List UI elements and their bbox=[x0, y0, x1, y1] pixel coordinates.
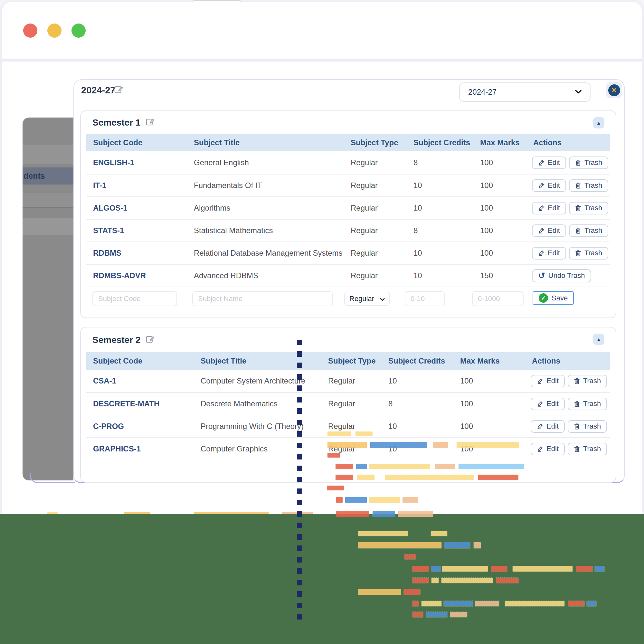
semester-2-title: Semester 2 bbox=[92, 335, 140, 345]
subject-code: CSA-1 bbox=[86, 376, 201, 385]
subject-credits: 10 bbox=[413, 271, 480, 280]
session-select-value: 2024-27 bbox=[468, 88, 497, 97]
subject-title: Algorithms bbox=[194, 204, 351, 213]
trash-button[interactable]: Trash bbox=[569, 224, 608, 237]
semester-1-table-header: Subject Code Subject Title Subject Type … bbox=[86, 134, 610, 151]
close-batch-button[interactable]: × bbox=[606, 82, 622, 98]
column-header: Subject Title bbox=[194, 138, 351, 147]
subject-title: Advanced RDBMS bbox=[194, 271, 351, 280]
sidebar-item-students[interactable]: dents bbox=[23, 167, 73, 185]
subject-code-input[interactable] bbox=[92, 291, 177, 306]
subject-title: Relational Database Management Systems bbox=[194, 249, 351, 258]
table-row: DESCRETE-MATH Descrete Mathematics Regul… bbox=[86, 392, 610, 415]
subject-name-input[interactable] bbox=[192, 291, 333, 306]
column-header: Actions bbox=[532, 356, 610, 365]
sidebar-item[interactable] bbox=[23, 218, 73, 235]
subject-type: Regular bbox=[351, 158, 413, 167]
semester-2-collapse-button[interactable]: ▲ bbox=[593, 334, 604, 345]
max-marks: 100 bbox=[480, 204, 533, 213]
subject-type: Regular bbox=[328, 399, 388, 408]
subject-type: Regular bbox=[351, 249, 413, 258]
save-button[interactable]: ✓ Save bbox=[533, 291, 574, 305]
subject-title: Fundamentals Of IT bbox=[194, 181, 351, 190]
undo-trash-button[interactable]: ↺ Undo Trash bbox=[532, 269, 591, 282]
sidebar-divider bbox=[23, 207, 73, 208]
semester-1-panel: Semester 1 ▲ Subject Code Subject Title … bbox=[80, 110, 616, 318]
subject-code: RDMBS-ADVR bbox=[86, 271, 194, 280]
batch-title: 2024-27 bbox=[81, 85, 115, 96]
max-marks: 100 bbox=[460, 399, 532, 408]
table-row: ALGOS-1 Algorithms Regular 10 100 Edit T… bbox=[86, 196, 610, 219]
column-header: Actions bbox=[533, 138, 610, 147]
edit-button[interactable]: Edit bbox=[531, 375, 565, 387]
max-marks: 150 bbox=[480, 271, 533, 280]
subject-title: Statistical Mathematics bbox=[194, 226, 351, 235]
edit-button[interactable]: Edit bbox=[532, 156, 566, 169]
subject-type-select[interactable]: Regular bbox=[344, 292, 390, 306]
semester-2-panel: Semester 2 ▲ Subject Code Subject Title … bbox=[80, 327, 616, 483]
sidebar-item-label: dents bbox=[23, 171, 45, 181]
column-header: Subject Type bbox=[351, 138, 413, 147]
sidebar: dents bbox=[23, 118, 73, 480]
table-row: STATS-1 Statistical Mathematics Regular … bbox=[86, 219, 610, 241]
subject-credits: 10 bbox=[413, 249, 480, 258]
semester-1-title: Semester 1 bbox=[92, 118, 140, 128]
column-header: Subject Code bbox=[86, 356, 201, 365]
edit-button[interactable]: Edit bbox=[532, 224, 566, 237]
edit-button[interactable]: Edit bbox=[531, 420, 565, 433]
semester-1-collapse-button[interactable]: ▲ bbox=[593, 117, 604, 128]
subject-code: ALGOS-1 bbox=[86, 204, 194, 213]
check-icon: ✓ bbox=[539, 293, 548, 303]
subject-code: RDBMS bbox=[86, 249, 194, 258]
edit-button[interactable]: Edit bbox=[532, 202, 566, 214]
window-close-button[interactable] bbox=[23, 24, 37, 38]
trash-button[interactable]: Trash bbox=[569, 156, 608, 169]
subject-title: General English bbox=[194, 158, 351, 167]
edit-button[interactable]: Edit bbox=[532, 179, 566, 192]
trash-button[interactable]: Trash bbox=[568, 398, 607, 410]
subject-title: Programming With C (Theory) bbox=[201, 422, 328, 431]
sidebar-item[interactable] bbox=[23, 193, 73, 207]
subject-credits: 8 bbox=[413, 226, 480, 235]
undo-icon: ↺ bbox=[538, 271, 545, 280]
close-icon: × bbox=[608, 84, 620, 96]
edit-button[interactable]: Edit bbox=[532, 247, 566, 260]
sidebar-item[interactable] bbox=[23, 145, 73, 164]
trash-button[interactable]: Trash bbox=[568, 420, 607, 433]
screenshot-stage: dents 2024-27 2024-27 × bbox=[0, 0, 644, 644]
session-select[interactable]: 2024-27 bbox=[459, 82, 591, 102]
semester-2-title-row: Semester 2 ▲ bbox=[81, 327, 616, 352]
green-background bbox=[0, 514, 644, 644]
trash-button[interactable]: Trash bbox=[569, 247, 608, 260]
semester-1-edit-icon[interactable] bbox=[146, 118, 154, 128]
column-header: Subject Type bbox=[328, 356, 388, 365]
semester-2-edit-icon[interactable] bbox=[146, 335, 154, 345]
edit-button[interactable]: Edit bbox=[531, 443, 565, 455]
subject-code: IT-1 bbox=[86, 181, 194, 190]
subject-type-select-value: Regular bbox=[349, 295, 374, 303]
trash-button[interactable]: Trash bbox=[569, 179, 608, 192]
batch-card-header: 2024-27 2024-27 × bbox=[74, 80, 624, 106]
table-row: CSA-1 Computer System Architecture Regul… bbox=[86, 370, 610, 392]
batch-edit-icon[interactable] bbox=[114, 85, 123, 95]
trash-button[interactable]: Trash bbox=[568, 443, 607, 455]
subject-credits: 8 bbox=[413, 158, 480, 167]
trash-button[interactable]: Trash bbox=[568, 375, 607, 387]
window-minimize-button[interactable] bbox=[47, 24, 62, 38]
window-zoom-button[interactable] bbox=[71, 24, 86, 38]
table-row: ENGLISH-1 General English Regular 8 100 … bbox=[86, 151, 610, 174]
subject-credits: 10 bbox=[413, 204, 480, 213]
semester-2-table-header: Subject Code Subject Title Subject Type … bbox=[86, 352, 610, 370]
subject-credits: 10 bbox=[388, 422, 460, 431]
subject-credits-input[interactable] bbox=[405, 291, 445, 306]
max-marks-input[interactable] bbox=[472, 291, 524, 306]
subject-type: Regular bbox=[328, 444, 388, 453]
batch-card: 2024-27 2024-27 × Semester 1 bbox=[73, 79, 625, 483]
column-header: Subject Code bbox=[86, 138, 194, 147]
column-header: Subject Title bbox=[201, 356, 328, 365]
edit-button[interactable]: Edit bbox=[531, 398, 565, 410]
trash-button[interactable]: Trash bbox=[569, 202, 608, 214]
chevron-down-icon bbox=[380, 295, 385, 303]
subject-credits: 10 bbox=[413, 181, 480, 190]
max-marks: 100 bbox=[480, 249, 533, 258]
